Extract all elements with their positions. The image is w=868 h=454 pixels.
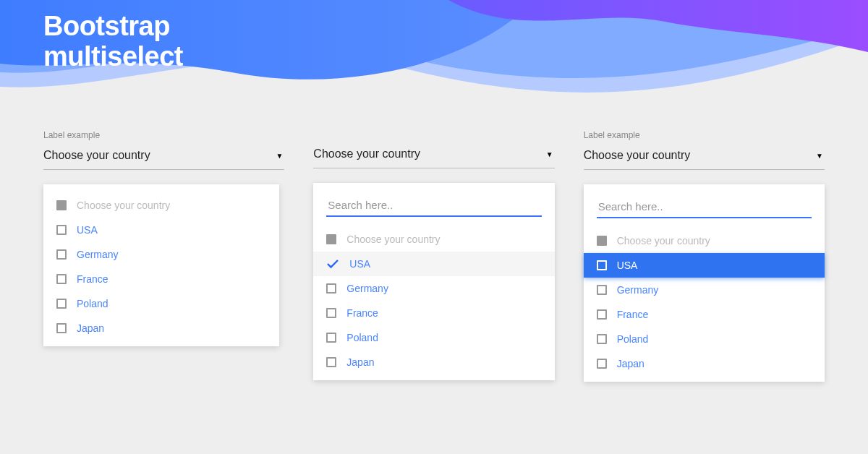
checkbox-icon [56,299,67,309]
option-item[interactable]: France [584,302,825,327]
option-label: Japan [77,322,104,334]
option-label: Germany [77,249,119,260]
option-item[interactable]: France [43,267,279,291]
option-label: France [346,307,378,319]
checkbox-icon [326,234,336,244]
option-label: Choose your country [617,235,710,247]
option-placeholder[interactable]: Choose your country [584,228,825,253]
option-label: France [617,309,649,320]
option-label: Japan [617,358,644,369]
option-item[interactable]: France [313,301,554,325]
checkbox-icon [326,308,336,318]
checkbox-icon [597,309,607,320]
select-trigger-text: Choose your country [313,147,420,160]
checkbox-icon [326,357,336,367]
checkbox-icon [56,249,67,260]
select-trigger-text: Choose your country [584,149,691,162]
checkbox-icon [56,323,67,333]
checkbox-icon [597,334,607,344]
option-item[interactable]: USA [43,218,279,242]
option-label: Poland [617,333,649,345]
option-label: Choose your country [346,234,440,245]
option-item[interactable]: Japan [43,316,279,340]
search-input[interactable] [597,196,812,218]
option-label: Choose your country [77,200,170,211]
checkbox-icon [597,359,607,369]
checkbox-icon [56,225,67,235]
search-wrap [584,193,825,228]
caret-down-icon: ▼ [546,150,553,158]
option-label: USA [77,224,98,236]
option-item[interactable]: Japan [584,351,825,376]
option-placeholder[interactable]: Choose your country [313,227,554,252]
option-item[interactable]: Poland [584,327,825,351]
checkbox-icon [597,285,607,295]
checkbox-icon [597,236,607,246]
option-item-highlight[interactable]: USA [584,253,825,278]
checkbox-icon [597,260,607,270]
checkmark-icon [326,259,339,269]
option-item[interactable]: Germany [43,242,279,267]
option-item[interactable]: Poland [43,291,279,316]
option-item-selected[interactable]: USA [313,252,554,276]
multiselect-basic: Label example Choose your country ▼ Choo… [43,130,284,382]
search-wrap [313,192,554,227]
dropdown-panel: Choose your country USA Germany France P… [584,184,825,382]
page-title: Bootstrap multiselect [43,12,183,72]
option-item[interactable]: Japan [313,350,554,374]
caret-down-icon: ▼ [816,152,823,160]
caret-down-icon: ▼ [276,152,283,160]
select-trigger[interactable]: Choose your country ▼ [584,146,825,170]
select-trigger[interactable]: Choose your country ▼ [313,145,554,168]
checkbox-icon [326,333,336,343]
option-placeholder[interactable]: Choose your country [43,193,279,218]
multiselect-search-highlight: Label example Choose your country ▼ Choo… [584,130,825,382]
option-label: Germany [617,284,659,296]
select-trigger-text: Choose your country [43,149,150,162]
dropdown-panel: Choose your country USA Germany France [313,183,554,380]
option-label: USA [349,258,370,270]
option-label: Germany [346,283,388,294]
option-item[interactable]: Germany [584,278,825,302]
checkbox-icon [56,274,67,284]
option-label: Japan [346,356,374,368]
option-item[interactable]: Poland [313,325,554,350]
option-label: Poland [77,298,109,309]
option-label: France [77,273,109,285]
option-label: USA [617,260,638,271]
option-item[interactable]: Germany [313,276,554,301]
checkbox-icon [56,200,67,210]
dropdown-panel: Choose your country USA Germany France P… [43,184,279,346]
multiselect-search-checked: Choose your country ▼ Choose your countr… [313,130,554,382]
select-trigger[interactable]: Choose your country ▼ [43,146,284,170]
option-label: Poland [346,332,378,343]
field-label: Label example [43,130,284,140]
field-label: Label example [584,130,825,140]
search-input[interactable] [326,194,541,217]
checkbox-icon [326,283,336,294]
